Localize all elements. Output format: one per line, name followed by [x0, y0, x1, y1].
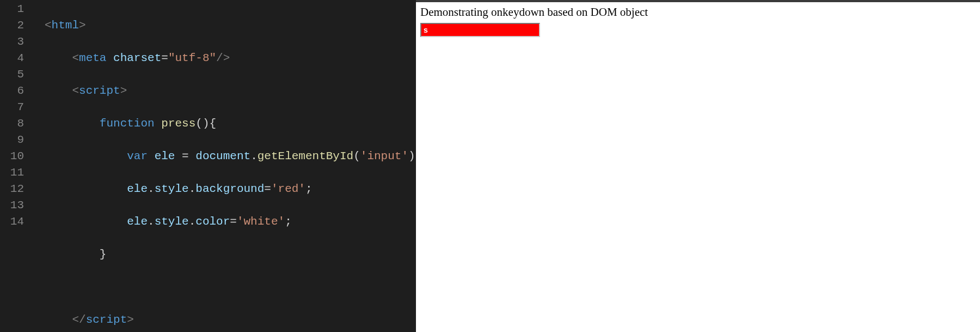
line-number: 2: [0, 17, 24, 34]
page-body-text: Demonstrating onkeydown based on DOM obj…: [420, 5, 976, 19]
line-number: 9: [0, 132, 24, 148]
code-line[interactable]: ele.style.color='white';: [34, 214, 416, 230]
line-number-gutter: 1 2 3 4 5 6 7 8 9 10 11 12 13 14: [0, 1, 34, 332]
line-number: 4: [0, 50, 24, 67]
code-line[interactable]: [34, 279, 416, 295]
code-line[interactable]: <html>: [34, 17, 416, 34]
code-line[interactable]: }: [34, 246, 416, 263]
code-editor-pane: 1 2 3 4 5 6 7 8 9 10 11 12 13 14 <html> …: [0, 0, 416, 332]
line-number: 6: [0, 83, 24, 99]
line-number: 1: [0, 1, 24, 17]
line-number: 10: [0, 148, 24, 165]
code-line[interactable]: <script>: [34, 83, 416, 99]
line-number: 12: [0, 181, 24, 197]
line-number: 13: [0, 197, 24, 214]
browser-preview-pane: Demonstrating onkeydown based on DOM obj…: [416, 0, 980, 332]
code-line[interactable]: </script>: [34, 312, 416, 328]
code-line[interactable]: ele.style.background='red';: [34, 181, 416, 197]
code-area[interactable]: <html> <meta charset="utf-8"/> <script> …: [34, 1, 416, 332]
line-number: 14: [0, 214, 24, 230]
line-number: 7: [0, 99, 24, 116]
demo-text-input[interactable]: [420, 23, 540, 37]
code-line[interactable]: function press(){: [34, 116, 416, 132]
line-number: 5: [0, 67, 24, 83]
line-number: 8: [0, 116, 24, 132]
code-line[interactable]: var ele = document.getElementById('input…: [34, 148, 416, 165]
line-number: 3: [0, 34, 24, 50]
code-line[interactable]: <meta charset="utf-8"/>: [34, 50, 416, 67]
line-number: 11: [0, 165, 24, 181]
